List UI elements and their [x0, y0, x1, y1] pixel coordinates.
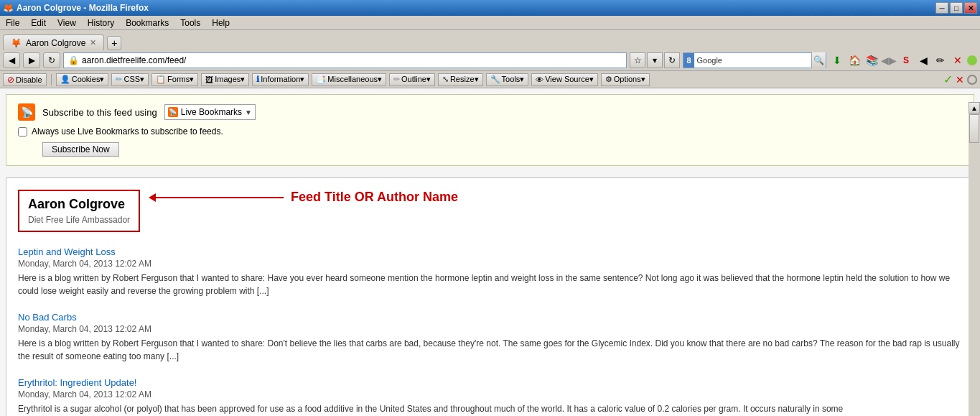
menu-view[interactable]: View — [55, 18, 79, 28]
main-content: 📡 Subscribe to this feed using 📡 Live Bo… — [0, 88, 980, 416]
rss-icon: 📡 — [18, 103, 35, 121]
cookies-button[interactable]: 👤 Cookies▾ — [56, 73, 109, 86]
tab-bar: 🦊 Aaron Colgrove ✕ + — [0, 30, 980, 50]
checkmark-icon: ✓ — [943, 73, 953, 86]
close-button[interactable]: ✕ — [964, 2, 977, 14]
menu-file[interactable]: File — [3, 18, 22, 28]
tab-favicon: 🦊 — [11, 38, 22, 48]
subscribe-now-button[interactable]: Subscribe Now — [42, 142, 119, 157]
menu-help[interactable]: Help — [209, 18, 233, 28]
feed-item-3-title[interactable]: Erythritol: Ingredient Update! — [18, 377, 136, 388]
address-input[interactable]: 🔒 aaron.dietfreelife.com/feed/ — [63, 52, 627, 68]
maximize-button[interactable]: □ — [950, 2, 963, 14]
feed-item-1: Leptin and Weight Loss Monday, March 04,… — [18, 246, 962, 297]
forms-button[interactable]: 📋 Forms▾ — [151, 73, 198, 86]
search-box: 8 Google 🔍 — [683, 52, 826, 68]
menu-edit[interactable]: Edit — [28, 18, 49, 28]
feed-item-1-title[interactable]: Leptin and Weight Loss — [18, 246, 116, 257]
scroll-up-button[interactable]: ▲ — [969, 102, 980, 114]
css-button[interactable]: ✏ CSS▾ — [111, 73, 149, 86]
search-submit-button[interactable]: 🔍 — [811, 52, 826, 68]
tab-label: Aaron Colgrove — [26, 38, 85, 48]
live-bookmarks-icon: 📡 — [168, 107, 178, 117]
outline-icon: ✏ — [393, 75, 400, 84]
devtools-indicator — [967, 55, 977, 65]
extension-icon-2[interactable]: ◀ — [915, 52, 931, 68]
search-input[interactable] — [725, 53, 811, 68]
resize-button[interactable]: ⤡ Resize▾ — [438, 73, 483, 86]
tools-button[interactable]: 🔧 Tools▾ — [486, 73, 529, 86]
always-use-checkbox[interactable] — [18, 127, 27, 137]
extension-icon-1[interactable]: ◀▶ — [881, 52, 897, 68]
annotation-area: Feed Title OR Author Name — [154, 190, 458, 205]
forms-icon: 📋 — [156, 75, 166, 84]
home-button[interactable]: 🏠 — [846, 52, 862, 68]
disable-button[interactable]: ⊘ Disable — [3, 73, 47, 86]
tab-close-icon[interactable]: ✕ — [90, 38, 96, 47]
separator-1 — [51, 74, 52, 85]
circle-icon — [967, 75, 977, 85]
search-engine-logo: 8 — [683, 53, 694, 68]
always-use-checkbox-row: Always use Live Bookmarks to subscribe t… — [18, 126, 962, 137]
active-tab[interactable]: 🦊 Aaron Colgrove ✕ — [3, 34, 104, 50]
feed-content: Aaron Colgrove Diet Free Life Ambassador… — [6, 177, 974, 416]
arrow-line — [154, 197, 284, 198]
options-button[interactable]: ⚙ Options▾ — [601, 73, 650, 86]
disable-icon: ⊘ — [7, 75, 14, 85]
back-button[interactable]: ◀ — [3, 52, 20, 68]
menu-tools[interactable]: Tools — [177, 18, 203, 28]
feed-item-2: No Bad Carbs Monday, March 04, 2013 12:0… — [18, 312, 962, 363]
new-tab-button[interactable]: + — [107, 36, 121, 50]
scrollbar[interactable]: ▲ — [969, 102, 980, 416]
selector-label: Live Bookmarks — [181, 107, 242, 117]
feed-item-1-date: Monday, March 04, 2013 12:02 AM — [18, 259, 962, 269]
bookmark-dropdown-button[interactable]: ▾ — [647, 52, 663, 68]
feed-item-2-date: Monday, March 04, 2013 12:02 AM — [18, 324, 962, 334]
tools-icon: 🔧 — [490, 75, 500, 84]
extension-icon-3[interactable]: ✏ — [933, 52, 948, 68]
scroll-thumb[interactable] — [969, 114, 979, 143]
info-icon: ℹ — [256, 75, 259, 84]
css-icon: ✏ — [116, 75, 122, 84]
view-source-icon: 👁 — [536, 75, 543, 84]
feed-item-2-title[interactable]: No Bad Carbs — [18, 312, 77, 323]
information-button[interactable]: ℹ Information▾ — [252, 73, 309, 86]
options-icon: ⚙ — [605, 75, 612, 84]
refresh-button[interactable]: ↻ — [664, 52, 680, 68]
window-title: Aaron Colgrove - Mozilla Firefox — [17, 3, 149, 13]
view-source-button[interactable]: 👁 View Source▾ — [531, 73, 598, 86]
checkbox-label: Always use Live Bookmarks to subscribe t… — [32, 126, 223, 137]
menu-bar: File Edit View History Bookmarks Tools H… — [0, 16, 980, 30]
images-button[interactable]: 🖼 Images▾ — [201, 73, 249, 86]
dropdown-arrow-icon: ▼ — [245, 108, 252, 116]
reload-button[interactable]: ↻ — [43, 52, 60, 68]
feed-item-1-text: Here is a blog written by Robert Ferguso… — [18, 272, 962, 297]
outline-button[interactable]: ✏ Outline▾ — [389, 73, 435, 86]
feed-author-name: Aaron Colgrove — [28, 197, 130, 212]
address-bar-area: ◀ ▶ ↻ 🔒 aaron.dietfreelife.com/feed/ ☆ ▾… — [0, 50, 980, 71]
stylish-icon[interactable]: S — [898, 52, 914, 68]
title-bar: 🦊 Aaron Colgrove - Mozilla Firefox ─ □ ✕ — [0, 0, 980, 16]
feed-item-3: Erythritol: Ingredient Update! Monday, M… — [18, 377, 962, 415]
subscribe-box: 📡 Subscribe to this feed using 📡 Live Bo… — [6, 94, 974, 166]
feed-title-box: Aaron Colgrove Diet Free Life Ambassador — [18, 190, 140, 232]
feed-header: Aaron Colgrove Diet Free Life Ambassador… — [18, 190, 962, 232]
minimize-button[interactable]: ─ — [935, 2, 948, 14]
forward-button[interactable]: ▶ — [23, 52, 40, 68]
url-text[interactable]: aaron.dietfreelife.com/feed/ — [82, 55, 186, 65]
images-icon: 🖼 — [205, 75, 213, 84]
download-icon[interactable]: ⬇ — [829, 52, 845, 68]
misc-icon: 📑 — [316, 75, 326, 84]
resize-icon: ⤡ — [442, 75, 449, 84]
feed-author-subtitle: Diet Free Life Ambassador — [28, 215, 130, 225]
person-icon: 👤 — [60, 75, 70, 84]
subscribe-selector[interactable]: 📡 Live Bookmarks ▼ — [164, 104, 256, 120]
annotation-text: Feed Title OR Author Name — [291, 190, 458, 205]
feed-item-2-text: Here is a blog written by Robert Ferguso… — [18, 337, 962, 363]
devtools-close[interactable]: ✕ — [950, 52, 966, 68]
menu-bookmarks[interactable]: Bookmarks — [123, 18, 172, 28]
menu-history[interactable]: History — [85, 18, 117, 28]
bookmark-manager-icon[interactable]: 📚 — [864, 52, 879, 68]
bookmark-star-button[interactable]: ☆ — [630, 52, 645, 68]
miscellaneous-button[interactable]: 📑 Miscellaneous▾ — [312, 73, 386, 86]
